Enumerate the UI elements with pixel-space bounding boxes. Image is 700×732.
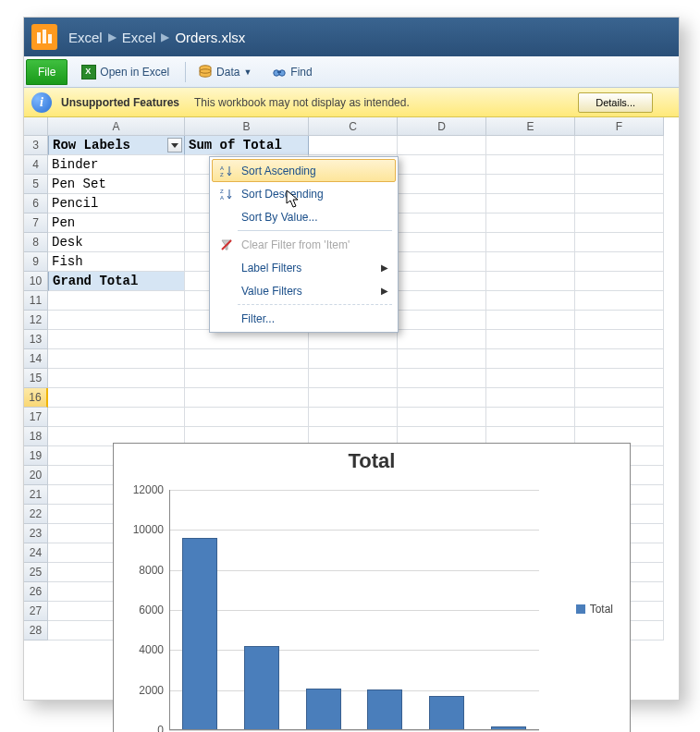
cell[interactable] xyxy=(398,136,486,155)
cell[interactable] xyxy=(398,155,486,175)
cell[interactable] xyxy=(486,311,575,330)
pivot-item[interactable]: Fish xyxy=(48,252,185,272)
cell[interactable] xyxy=(185,369,309,388)
menu-sort-by-value[interactable]: Sort By Value... xyxy=(212,205,396,228)
menu-label-filters[interactable]: Label Filters ▶ xyxy=(212,256,396,279)
cell[interactable] xyxy=(398,291,486,311)
cell[interactable] xyxy=(575,175,664,194)
col-header-B[interactable]: B xyxy=(185,117,309,136)
select-all-corner[interactable] xyxy=(24,117,48,136)
col-header-E[interactable]: E xyxy=(486,117,575,136)
chart[interactable]: Total 020004000600080001000012000BinderP… xyxy=(113,443,631,732)
data-button[interactable]: Data ▼ xyxy=(190,61,260,83)
cell[interactable] xyxy=(486,408,575,427)
row-header[interactable]: 5 xyxy=(24,175,48,194)
row-header[interactable]: 25 xyxy=(24,563,48,582)
row-header[interactable]: 7 xyxy=(24,214,48,233)
breadcrumb-seg-3[interactable]: Orders.xlsx xyxy=(175,30,245,45)
row-header[interactable]: 20 xyxy=(24,466,48,485)
row-header[interactable]: 14 xyxy=(24,349,48,369)
cell[interactable] xyxy=(575,330,664,349)
cell[interactable] xyxy=(48,408,185,427)
pivot-item[interactable]: Binder xyxy=(48,155,185,175)
cell[interactable] xyxy=(486,369,575,388)
cell[interactable] xyxy=(486,214,575,233)
pivot-row-labels-header[interactable]: Row Labels xyxy=(48,136,185,155)
cell[interactable] xyxy=(48,330,185,349)
breadcrumb-seg-2[interactable]: Excel xyxy=(122,30,156,45)
cell[interactable] xyxy=(398,175,486,194)
cell[interactable] xyxy=(48,349,185,369)
find-button[interactable]: Find xyxy=(264,61,320,83)
row-header[interactable]: 15 xyxy=(24,369,48,388)
cell[interactable] xyxy=(575,194,664,214)
cell[interactable] xyxy=(486,194,575,214)
cell[interactable] xyxy=(185,330,309,349)
cell[interactable] xyxy=(398,369,486,388)
cell[interactable] xyxy=(486,136,575,155)
cell[interactable] xyxy=(575,291,664,311)
row-header[interactable]: 9 xyxy=(24,252,48,272)
pivot-item[interactable]: Pen xyxy=(48,214,185,233)
cell[interactable] xyxy=(398,194,486,214)
cell[interactable] xyxy=(309,408,398,427)
cell[interactable] xyxy=(398,330,486,349)
row-header[interactable]: 23 xyxy=(24,524,48,543)
cell[interactable] xyxy=(48,291,185,311)
cell[interactable] xyxy=(398,388,486,408)
cell[interactable] xyxy=(575,349,664,369)
cell[interactable] xyxy=(486,233,575,252)
row-header[interactable]: 4 xyxy=(24,155,48,175)
cell[interactable] xyxy=(398,252,486,272)
row-header[interactable]: 16 xyxy=(24,388,48,408)
pivot-item[interactable]: Desk xyxy=(48,233,185,252)
filter-dropdown-button[interactable] xyxy=(167,138,182,152)
cell[interactable] xyxy=(575,388,664,408)
cell[interactable] xyxy=(575,252,664,272)
cell[interactable] xyxy=(48,311,185,330)
cell[interactable] xyxy=(185,408,309,427)
row-header[interactable]: 21 xyxy=(24,485,48,505)
cell[interactable] xyxy=(309,369,398,388)
cell[interactable] xyxy=(486,330,575,349)
pivot-item[interactable]: Pencil xyxy=(48,194,185,214)
cell[interactable] xyxy=(575,214,664,233)
row-header[interactable]: 19 xyxy=(24,446,48,466)
cell[interactable] xyxy=(309,388,398,408)
row-header[interactable]: 28 xyxy=(24,621,48,640)
cell[interactable] xyxy=(486,252,575,272)
breadcrumb-seg-1[interactable]: Excel xyxy=(68,30,103,45)
menu-sort-ascending[interactable]: AZ Sort Ascending xyxy=(212,159,396,182)
col-header-F[interactable]: F xyxy=(575,117,664,136)
cell[interactable] xyxy=(185,349,309,369)
row-header[interactable]: 22 xyxy=(24,505,48,524)
menu-sort-descending[interactable]: ZA Sort Descending xyxy=(212,182,396,205)
col-header-C[interactable]: C xyxy=(309,117,398,136)
row-header[interactable]: 27 xyxy=(24,602,48,621)
cell[interactable] xyxy=(486,388,575,408)
col-header-A[interactable]: A xyxy=(48,117,185,136)
cell[interactable] xyxy=(309,349,398,369)
cell[interactable] xyxy=(48,388,185,408)
row-header[interactable]: 12 xyxy=(24,311,48,330)
cell[interactable] xyxy=(309,136,398,155)
row-header[interactable]: 26 xyxy=(24,582,48,602)
cell[interactable] xyxy=(575,136,664,155)
row-header[interactable]: 11 xyxy=(24,291,48,311)
col-header-D[interactable]: D xyxy=(398,117,486,136)
cell[interactable] xyxy=(486,349,575,369)
cell[interactable] xyxy=(486,291,575,311)
row-header[interactable]: 13 xyxy=(24,330,48,349)
cell[interactable] xyxy=(309,330,398,349)
cell[interactable] xyxy=(398,349,486,369)
pivot-item[interactable]: Pen Set xyxy=(48,175,185,194)
menu-value-filters[interactable]: Value Filters ▶ xyxy=(212,279,396,302)
cell[interactable] xyxy=(398,233,486,252)
cell[interactable] xyxy=(398,311,486,330)
cell[interactable] xyxy=(575,369,664,388)
cell[interactable] xyxy=(398,272,486,291)
row-header[interactable]: 18 xyxy=(24,427,48,446)
cell[interactable] xyxy=(575,155,664,175)
cell[interactable] xyxy=(486,175,575,194)
row-header[interactable]: 24 xyxy=(24,543,48,563)
